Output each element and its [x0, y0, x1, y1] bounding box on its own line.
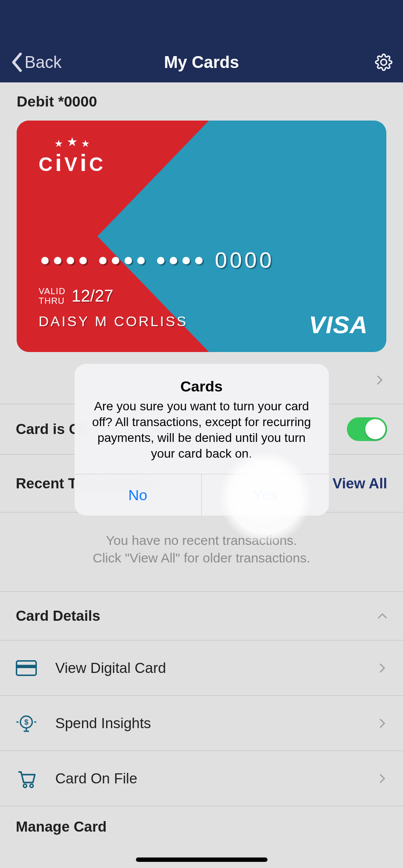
home-indicator — [136, 857, 267, 862]
alert-no-button[interactable]: No — [75, 474, 202, 516]
modal-overlay: Cards Are you sure you want to turn your… — [0, 0, 403, 868]
alert-message: Are you sure you want to turn your card … — [75, 398, 329, 474]
confirm-alert: Cards Are you sure you want to turn your… — [75, 364, 329, 516]
alert-yes-button[interactable]: Yes — [202, 474, 329, 516]
alert-title: Cards — [75, 364, 329, 398]
